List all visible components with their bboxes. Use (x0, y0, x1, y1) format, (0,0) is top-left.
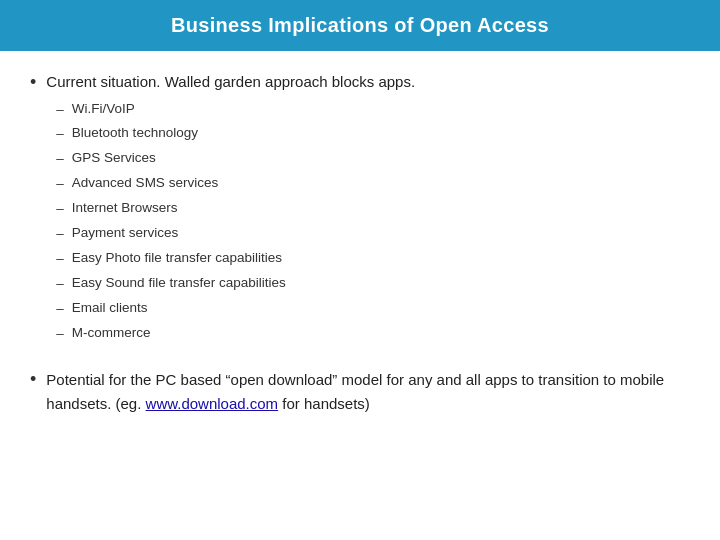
dash-icon: – (56, 99, 64, 122)
list-item-text: M-commerce (72, 322, 151, 345)
list-item-text: Bluetooth technology (72, 122, 198, 145)
bullet2-text-after: for handsets) (278, 395, 370, 412)
list-item: –Internet Browsers (56, 197, 690, 221)
list-item-text: Advanced SMS services (72, 172, 218, 195)
bullet-content-1: Current situation. Walled garden approac… (46, 71, 690, 346)
dash-icon: – (56, 248, 64, 271)
list-item: –Bluetooth technology (56, 122, 690, 146)
bullet-dot-1: • (30, 72, 36, 93)
bullet-title-2: Potential for the PC based “open downloa… (46, 368, 690, 416)
list-item: –M-commerce (56, 322, 690, 346)
list-item-text: Payment services (72, 222, 179, 245)
dash-icon: – (56, 148, 64, 171)
download-link[interactable]: www.download.com (146, 395, 279, 412)
bullet-section-2: • Potential for the PC based “open downl… (30, 368, 690, 416)
list-item: –Email clients (56, 297, 690, 321)
bullet-content-2: Potential for the PC based “open downloa… (46, 368, 690, 416)
list-item-text: Easy Sound file transfer capabilities (72, 272, 286, 295)
list-item-text: Internet Browsers (72, 197, 178, 220)
list-item: –GPS Services (56, 147, 690, 171)
header-title: Business Implications of Open Access (171, 14, 549, 36)
list-item-text: GPS Services (72, 147, 156, 170)
page-header: Business Implications of Open Access (0, 0, 720, 51)
dash-icon: – (56, 173, 64, 196)
list-item: –Advanced SMS services (56, 172, 690, 196)
dash-icon: – (56, 298, 64, 321)
bullet-section-1: • Current situation. Walled garden appro… (30, 71, 690, 346)
dash-icon: – (56, 123, 64, 146)
sub-list-1: –Wi.Fi/VoIP–Bluetooth technology–GPS Ser… (56, 98, 690, 346)
dash-icon: – (56, 223, 64, 246)
bullet-dot-2: • (30, 369, 36, 390)
content-area: • Current situation. Walled garden appro… (0, 51, 720, 540)
dash-icon: – (56, 323, 64, 346)
list-item-text: Wi.Fi/VoIP (72, 98, 135, 121)
page: Business Implications of Open Access • C… (0, 0, 720, 540)
list-item: –Easy Photo file transfer capabilities (56, 247, 690, 271)
list-item: –Easy Sound file transfer capabilities (56, 272, 690, 296)
bullet-title-1: Current situation. Walled garden approac… (46, 71, 690, 94)
dash-icon: – (56, 198, 64, 221)
list-item: –Wi.Fi/VoIP (56, 98, 690, 122)
list-item-text: Email clients (72, 297, 148, 320)
dash-icon: – (56, 273, 64, 296)
list-item-text: Easy Photo file transfer capabilities (72, 247, 282, 270)
list-item: –Payment services (56, 222, 690, 246)
